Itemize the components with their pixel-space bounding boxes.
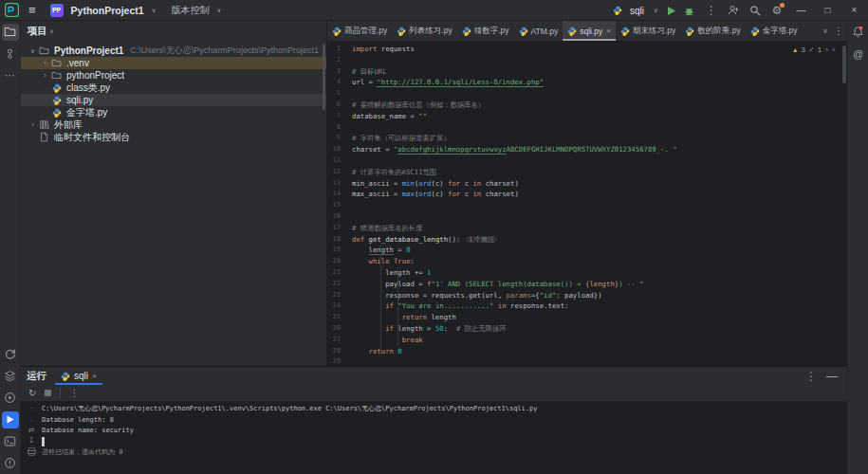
close-tab-icon[interactable]: × (606, 27, 611, 35)
code-line[interactable]: 22 payload = f"1' AND (SELECT length(dat… (327, 279, 847, 290)
close-button[interactable]: × (842, 1, 866, 20)
vcs-menu[interactable]: 版本控制 (171, 4, 209, 17)
code-line[interactable]: 6# 要猜解的数据库信息（例如：数据库名） (327, 100, 847, 111)
scroll-end-icon[interactable]: ↧ (28, 435, 35, 446)
code-line[interactable]: 2 (327, 55, 847, 66)
project-scrollbar[interactable] (323, 44, 325, 110)
main-menu-icon[interactable]: ≡ (25, 3, 40, 17)
tree-row[interactable]: 临时文件和控制台 (21, 131, 326, 143)
editor-tab[interactable]: 猜数字.py (457, 21, 514, 41)
code-line[interactable]: 19 length = 0 (327, 245, 847, 256)
code-line[interactable]: 12# 计算字符集的ASCII范围 (327, 167, 847, 178)
inspections-widget[interactable]: ▲3 ✓1 ∧ ∨ (792, 45, 836, 56)
tree-arrow-icon[interactable]: › (40, 60, 50, 66)
code-line[interactable]: 23 response = requests.get(url, params={… (327, 290, 847, 301)
code-with-me-icon[interactable] (724, 1, 743, 20)
ai-assistant-icon[interactable]: @ (850, 46, 867, 63)
code-line[interactable]: 16 (327, 211, 847, 223)
python-packages-tool-icon[interactable] (2, 368, 19, 385)
down-stack-icon[interactable]: ↓ (29, 414, 33, 425)
console-options-icon[interactable]: ⋮ (69, 388, 79, 398)
run-config-name[interactable]: sqli (630, 6, 644, 16)
project-tool-icon[interactable] (2, 24, 19, 41)
next-problem-icon[interactable]: ∨ (832, 45, 836, 56)
editor-tab[interactable]: 金字塔.py (746, 21, 803, 41)
notifications-icon[interactable] (850, 24, 867, 41)
run-panel-options-icon[interactable]: ⋮ (802, 367, 821, 386)
editor-tab[interactable]: 期末练习.py (616, 21, 680, 41)
run-panel-title[interactable]: 运行 (21, 370, 55, 383)
code-line[interactable]: 14max_ascii = max(ord(c) for c in charse… (327, 189, 847, 200)
services-tool-icon[interactable] (2, 390, 19, 407)
settings-icon[interactable]: ⚙ (767, 1, 786, 20)
code-line[interactable]: 4url = "http://127.0.0.1/sqli/Less-8/ind… (327, 77, 847, 88)
code-line[interactable]: 5 (327, 88, 847, 100)
run-tab[interactable]: sqli × (55, 367, 102, 385)
tree-row[interactable]: ›.venv (21, 57, 326, 69)
minimize-button[interactable]: — (789, 1, 813, 20)
problems-tool-icon[interactable] (2, 455, 19, 472)
tree-row[interactable]: 金字塔.py (21, 106, 326, 118)
code-line[interactable]: 17# 猜测数据库名的长度 (327, 223, 847, 234)
editor-tab[interactable]: 商品管理.py (327, 21, 392, 41)
project-panel-title[interactable]: 项目 (28, 25, 47, 38)
code-line[interactable]: 18def get_database_length():1 个用法 (327, 234, 847, 246)
code-line[interactable]: 1import requests (327, 44, 847, 55)
up-stack-icon[interactable]: ↑ (29, 404, 33, 414)
rerun-icon[interactable]: ↻ (28, 388, 36, 398)
hide-panel-icon[interactable]: — (822, 367, 841, 386)
code-line[interactable]: 11 (327, 155, 847, 167)
code-line[interactable]: 10charset = "abcdefghijklmnopqrstuvwxyzA… (327, 144, 847, 155)
close-tab-icon[interactable]: × (92, 372, 97, 380)
terminal-tool-icon[interactable] (2, 433, 19, 450)
print-icon[interactable] (28, 447, 36, 456)
soft-wrap-icon[interactable]: ⇄ (28, 425, 35, 435)
project-badge[interactable]: PP (50, 4, 64, 17)
code-editor[interactable]: ▲3 ✓1 ∧ ∨ 1import requests23# 目标URL4url … (327, 42, 847, 366)
tree-row[interactable]: ›pythonProject (21, 69, 326, 82)
editor-tab[interactable]: sqli.py× (563, 21, 616, 41)
code-line[interactable]: 15 (327, 200, 847, 211)
code-line[interactable]: 13min_ascii = min(ord(c) for c in charse… (327, 178, 847, 190)
editor-tab[interactable]: 数的阶乘.py (680, 21, 745, 41)
editor-tab[interactable]: ATM.py (514, 21, 563, 41)
tree-row[interactable]: ∨PythonProject1C:\Users\无心恋\PycharmProje… (21, 45, 326, 57)
tree-item-label: sqli.py (66, 95, 93, 105)
commit-tool-icon[interactable] (2, 46, 19, 63)
prev-problem-icon[interactable]: ∧ (824, 45, 828, 56)
code-line[interactable]: 28 return 0 (327, 346, 847, 357)
tree-arrow-icon[interactable]: › (40, 72, 50, 79)
code-line[interactable]: 29 (327, 356, 847, 366)
more-tools-icon[interactable]: ⋯ (2, 67, 19, 84)
code-line[interactable]: 24 if "You are in..........." in respons… (327, 301, 847, 312)
tree-row[interactable]: sqli.py (21, 94, 326, 106)
maximize-button[interactable]: □ (816, 1, 840, 20)
code-line[interactable]: 9# 字符集（可以根据需要扩展） (327, 133, 847, 144)
project-name[interactable]: PythonProject1 (71, 5, 144, 16)
python-console-tool-icon[interactable] (2, 346, 19, 363)
more-actions-icon[interactable]: ⋮ (702, 1, 721, 20)
tree-arrow-icon[interactable]: › (28, 121, 38, 128)
code-line[interactable]: 27 break (327, 335, 847, 346)
tab-list-chevron-icon[interactable]: ∨ (819, 22, 832, 41)
run-tool-icon[interactable] (2, 411, 19, 428)
code-line[interactable]: 21 length += 1 (327, 267, 847, 279)
line-number: 20 (327, 256, 352, 267)
code-line[interactable]: 7database_name = "" (327, 111, 847, 122)
code-line[interactable]: 8 (327, 122, 847, 134)
code-line[interactable]: 20 while True: (327, 256, 847, 267)
tree-row[interactable]: class类.py (21, 82, 326, 94)
code-line[interactable]: 25 return length (327, 312, 847, 323)
tab-options-icon[interactable]: ⋮ (832, 22, 845, 41)
run-button[interactable] (666, 6, 676, 16)
editor-tab[interactable]: 列表练习.py (392, 21, 456, 41)
console-output[interactable]: C:\Users\无心恋\PycharmProjects\PythonProje… (42, 401, 847, 474)
editor-scrollbar[interactable] (842, 46, 846, 83)
debug-button[interactable] (684, 6, 694, 16)
stop-icon[interactable] (45, 390, 51, 396)
code-line[interactable]: 3# 目标URL (327, 66, 847, 78)
code-line[interactable]: 26 if length > 50: # 防止无限循环 (327, 323, 847, 335)
tree-row[interactable]: ›外部库 (21, 118, 326, 131)
tree-arrow-icon[interactable]: ∨ (28, 47, 38, 55)
search-icon[interactable] (746, 1, 765, 20)
